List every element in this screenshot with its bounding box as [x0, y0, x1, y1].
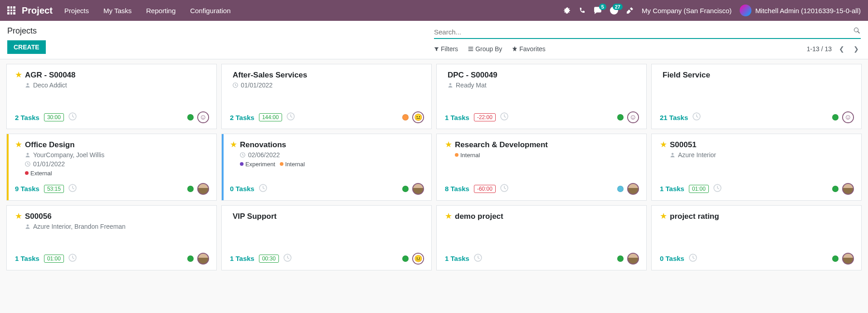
project-card[interactable]: ★demo project1 Tasks	[436, 205, 647, 270]
project-card[interactable]: After-Sales Services01/01/20222 Tasks144…	[221, 64, 432, 129]
status-dot[interactable]	[617, 186, 624, 192]
activity-icon[interactable]: 27	[610, 6, 618, 14]
clock-icon[interactable]	[713, 184, 722, 194]
tools-icon[interactable]	[626, 7, 634, 14]
project-card[interactable]: Field Service21 Tasks	[651, 64, 862, 129]
clock-icon[interactable]	[259, 184, 267, 194]
star-icon[interactable]: ★	[445, 212, 452, 220]
avatar-icon[interactable]	[627, 253, 639, 265]
pager-next-icon[interactable]: ❯	[852, 43, 861, 54]
bug-icon[interactable]	[563, 7, 571, 14]
avatar-icon[interactable]	[842, 253, 854, 265]
status-dot[interactable]	[832, 255, 839, 262]
avatar-icon[interactable]	[412, 183, 424, 195]
star-icon[interactable]: ★	[445, 140, 452, 149]
filters-label: Filters	[441, 45, 458, 53]
activity-badge: 27	[613, 4, 623, 10]
avatar-icon[interactable]	[842, 111, 854, 123]
status-dot[interactable]	[187, 186, 194, 192]
tasks-link[interactable]: 2 Tasks	[15, 114, 39, 121]
hours-pill: -60:00	[474, 185, 496, 193]
tag: Internal	[280, 161, 305, 168]
star-icon[interactable]: ★	[15, 140, 22, 149]
status-dot[interactable]	[402, 255, 409, 262]
clock-icon[interactable]	[500, 184, 508, 194]
star-icon[interactable]: ★	[230, 140, 237, 149]
avatar-icon[interactable]	[197, 183, 209, 195]
favorites-button[interactable]: Favorites	[512, 45, 546, 53]
nav-my-tasks[interactable]: My Tasks	[103, 7, 132, 14]
status-dot[interactable]	[617, 114, 624, 120]
project-card[interactable]: DPC - S00049Ready Mat1 Tasks-22:00	[436, 64, 647, 129]
tasks-link[interactable]: 2 Tasks	[230, 114, 254, 121]
status-dot[interactable]	[832, 114, 839, 120]
project-card[interactable]: ★Office DesignYourCompany, Joel Willis01…	[6, 134, 217, 201]
tasks-link[interactable]: 1 Tasks	[230, 255, 254, 262]
avatar-icon[interactable]	[197, 253, 209, 265]
tasks-link[interactable]: 0 Tasks	[230, 185, 254, 193]
tasks-link[interactable]: 8 Tasks	[445, 185, 469, 193]
avatar-icon[interactable]	[197, 111, 209, 123]
avatar-icon[interactable]	[627, 111, 639, 123]
status-dot[interactable]	[402, 186, 409, 192]
tasks-link[interactable]: 1 Tasks	[445, 114, 469, 121]
nav-projects[interactable]: Projects	[64, 7, 89, 14]
clock-icon[interactable]	[68, 254, 77, 264]
card-date: 01/01/2022	[233, 82, 424, 89]
clock-icon[interactable]	[283, 254, 292, 264]
avatar-icon[interactable]	[842, 183, 854, 195]
project-card[interactable]: ★AGR - S00048Deco Addict2 Tasks30:00	[6, 64, 217, 129]
avatar-icon[interactable]	[412, 111, 424, 123]
search-icon[interactable]	[853, 27, 861, 36]
user-menu[interactable]: Mitchell Admin (12016339-15-0-all)	[740, 5, 861, 16]
kanban-view: ★AGR - S00048Deco Addict2 Tasks30:00Afte…	[0, 59, 868, 275]
groupby-label: Group By	[475, 45, 502, 53]
status-dot[interactable]	[402, 114, 409, 120]
project-card[interactable]: ★Research & DevelopmentInternal8 Tasks-6…	[436, 134, 647, 201]
tasks-link[interactable]: 1 Tasks	[445, 255, 469, 262]
nav-configuration[interactable]: Configuration	[190, 7, 230, 14]
project-card[interactable]: ★S00051Azure Interior1 Tasks01:00	[651, 134, 862, 201]
status-dot[interactable]	[187, 114, 194, 120]
groupby-button[interactable]: Group By	[468, 45, 502, 53]
card-title: S00051	[670, 140, 854, 149]
clock-icon[interactable]	[68, 184, 77, 194]
chat-icon[interactable]: 5	[594, 6, 602, 14]
star-icon[interactable]: ★	[15, 212, 22, 220]
clock-icon[interactable]	[474, 254, 482, 264]
star-icon[interactable]: ★	[660, 212, 667, 220]
tasks-link[interactable]: 9 Tasks	[15, 185, 39, 193]
card-title: DPC - S00049	[448, 71, 639, 80]
search-input[interactable]	[434, 28, 853, 36]
apps-icon[interactable]	[7, 6, 15, 14]
tasks-link[interactable]: 1 Tasks	[15, 255, 39, 262]
project-card[interactable]: ★Renovations02/06/2022ExperimentInternal…	[221, 134, 432, 201]
project-card[interactable]: ★project rating0 Tasks	[651, 205, 862, 270]
clock-icon[interactable]	[68, 112, 77, 122]
project-card[interactable]: VIP Support1 Tasks00:30	[221, 205, 432, 270]
tasks-link[interactable]: 1 Tasks	[660, 185, 684, 193]
app-brand[interactable]: Project	[22, 5, 53, 16]
clock-icon[interactable]	[500, 112, 508, 122]
avatar-icon[interactable]	[627, 183, 639, 195]
project-card[interactable]: ★S00056Azure Interior, Brandon Freeman1 …	[6, 205, 217, 270]
tasks-link[interactable]: 0 Tasks	[660, 255, 684, 262]
clock-icon[interactable]	[689, 254, 697, 264]
status-dot[interactable]	[617, 255, 624, 262]
nav-reporting[interactable]: Reporting	[146, 7, 176, 14]
status-dot[interactable]	[187, 255, 194, 262]
clock-icon[interactable]	[287, 112, 295, 122]
create-button[interactable]: CREATE	[7, 40, 46, 54]
status-dot[interactable]	[832, 186, 839, 192]
avatar-icon[interactable]	[412, 253, 424, 265]
star-icon[interactable]: ★	[15, 71, 22, 79]
clock-icon[interactable]	[692, 112, 701, 122]
pager-prev-icon[interactable]: ❮	[837, 43, 846, 54]
filters-button[interactable]: Filters	[434, 45, 458, 53]
company-switcher[interactable]: My Company (San Francisco)	[642, 7, 731, 14]
star-icon[interactable]: ★	[660, 140, 667, 149]
phone-icon[interactable]	[579, 7, 585, 14]
tasks-link[interactable]: 21 Tasks	[660, 114, 688, 121]
card-title: demo project	[455, 212, 639, 221]
pager-value[interactable]: 1-13 / 13	[807, 45, 832, 53]
